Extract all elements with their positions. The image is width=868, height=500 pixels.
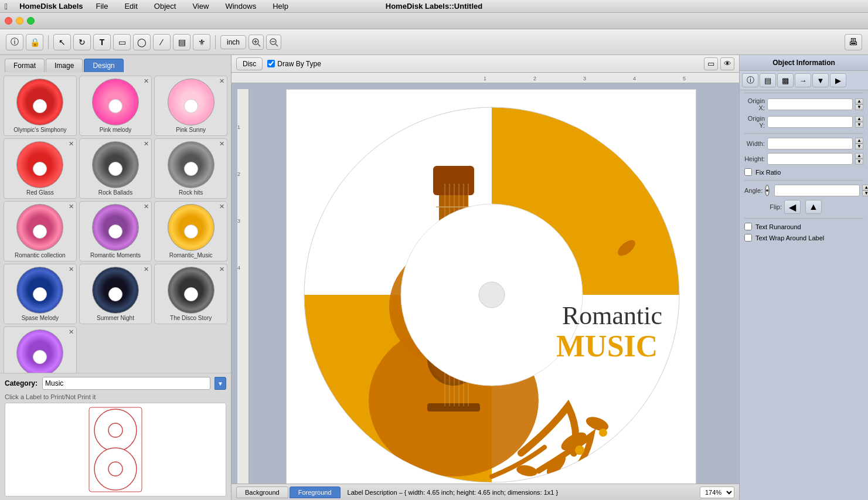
design-item-pink-sunny[interactable]: ✕ Pink Sunny bbox=[154, 76, 227, 136]
close-icon[interactable]: ✕ bbox=[144, 266, 149, 273]
width-input[interactable] bbox=[767, 138, 853, 149]
origin-y-down[interactable]: ▼ bbox=[855, 122, 863, 128]
close-icon[interactable]: ✕ bbox=[69, 140, 74, 148]
view-menu[interactable]: View bbox=[189, 1, 212, 12]
design-label-pink-sunny: Pink Sunny bbox=[176, 127, 206, 133]
layers-button[interactable]: ▭ bbox=[704, 57, 718, 70]
design-item-disco[interactable]: ✕ The Disco Story bbox=[154, 264, 227, 324]
shape-tool[interactable]: ⚜ bbox=[193, 34, 210, 50]
design-item-rock-ballads[interactable]: ✕ Rock Ballads bbox=[79, 138, 152, 199]
disc-canvas[interactable]: Romantic MUSIC bbox=[286, 89, 696, 484]
angle-up[interactable]: ▲ bbox=[862, 185, 868, 191]
origin-y-input[interactable] bbox=[767, 116, 853, 128]
fix-ratio-checkbox[interactable] bbox=[744, 168, 752, 176]
ellipse-tool[interactable]: ◯ bbox=[133, 34, 151, 50]
unit-button[interactable]: inch bbox=[220, 35, 246, 49]
flip-v-button[interactable]: ▲ bbox=[805, 200, 822, 214]
angle-input[interactable] bbox=[774, 185, 860, 196]
foreground-tab[interactable]: Foreground bbox=[290, 487, 341, 498]
rt-btn-1[interactable]: ⓘ bbox=[742, 73, 758, 87]
angle-down[interactable]: ▼ bbox=[862, 191, 868, 196]
object-menu[interactable]: Object bbox=[151, 1, 180, 12]
lock-button[interactable]: 🔒 bbox=[26, 34, 43, 50]
category-select[interactable]: Music bbox=[42, 377, 210, 390]
angle-stepper[interactable]: ▲ ▼ bbox=[862, 185, 868, 196]
minimize-button[interactable] bbox=[16, 17, 23, 25]
design-item-romantic-music[interactable]: ✕ Romantic_Music bbox=[154, 201, 227, 261]
info-button[interactable]: ⓘ bbox=[6, 34, 23, 50]
category-arrow[interactable]: ▼ bbox=[215, 377, 226, 390]
zoom-out-button[interactable] bbox=[266, 35, 281, 50]
design-item-rock-hits[interactable]: ✕ Rock hits bbox=[154, 138, 227, 199]
file-menu[interactable]: File bbox=[93, 1, 112, 12]
text-runaround-checkbox[interactable] bbox=[744, 223, 752, 230]
edit-menu[interactable]: Edit bbox=[121, 1, 141, 12]
line-tool[interactable]: ⁄ bbox=[153, 34, 171, 50]
width-up[interactable]: ▲ bbox=[855, 138, 863, 144]
close-icon[interactable]: ✕ bbox=[144, 140, 149, 148]
close-icon[interactable]: ✕ bbox=[219, 140, 224, 148]
design-item-pink-melody[interactable]: ✕ Pink melody bbox=[79, 76, 152, 136]
angle-circle[interactable] bbox=[765, 185, 770, 196]
help-menu[interactable]: Help bbox=[269, 1, 292, 12]
background-tab[interactable]: Background bbox=[236, 487, 288, 498]
height-input[interactable] bbox=[767, 153, 853, 165]
close-icon[interactable]: ✕ bbox=[219, 266, 224, 273]
close-icon[interactable]: ✕ bbox=[69, 203, 74, 210]
design-item-olympic[interactable]: Olympic's Simphony bbox=[4, 76, 77, 136]
right-toolbar: ⓘ ▤ ▩ → ▼ ▶ bbox=[740, 71, 868, 90]
draw-by-type-checkbox[interactable] bbox=[267, 60, 275, 67]
text-tool[interactable]: T bbox=[93, 34, 111, 50]
barcode-tool[interactable]: ▤ bbox=[173, 34, 190, 50]
design-item-red-glass[interactable]: ✕ Red Glass bbox=[4, 138, 77, 199]
close-icon[interactable]: ✕ bbox=[69, 328, 74, 336]
cursor-tool[interactable]: ↖ bbox=[53, 34, 71, 50]
origin-y-stepper[interactable]: ▲ ▼ bbox=[855, 116, 863, 128]
canvas-container[interactable]: 1 2 3 4 bbox=[232, 83, 739, 484]
windows-menu[interactable]: Windows bbox=[222, 1, 260, 12]
width-down[interactable]: ▼ bbox=[855, 144, 863, 149]
origin-x-up[interactable]: ▲ bbox=[855, 98, 863, 104]
close-icon[interactable]: ✕ bbox=[69, 266, 74, 273]
origin-x-down[interactable]: ▼ bbox=[855, 104, 863, 110]
app-name-menu[interactable]: HomeDisk Labels bbox=[19, 2, 83, 11]
height-down[interactable]: ▼ bbox=[855, 159, 863, 165]
eye-button[interactable]: 👁 bbox=[720, 57, 734, 70]
disc-button[interactable]: Disc bbox=[236, 57, 263, 70]
close-icon[interactable]: ✕ bbox=[144, 203, 149, 210]
rt-btn-5[interactable]: ▼ bbox=[812, 73, 829, 87]
rt-btn-4[interactable]: → bbox=[795, 73, 811, 87]
flip-h-button[interactable]: ◀ bbox=[784, 200, 801, 214]
design-item-romantic[interactable]: ✕ Romantic collection bbox=[4, 201, 77, 261]
design-item-space[interactable]: ✕ Spase Melody bbox=[4, 264, 77, 324]
apple-menu[interactable]:  bbox=[5, 2, 8, 11]
height-stepper[interactable]: ▲ ▼ bbox=[855, 153, 863, 165]
close-icon[interactable]: ✕ bbox=[219, 77, 224, 85]
tab-format[interactable]: Format bbox=[5, 59, 45, 72]
zoom-in-button[interactable] bbox=[249, 35, 264, 50]
origin-x-input[interactable] bbox=[767, 98, 853, 110]
tab-design[interactable]: Design bbox=[84, 59, 123, 72]
zoom-select[interactable]: 174% bbox=[700, 487, 734, 498]
close-icon[interactable]: ✕ bbox=[219, 203, 224, 210]
zoom-button[interactable] bbox=[27, 17, 35, 25]
width-stepper[interactable]: ▲ ▼ bbox=[855, 138, 863, 149]
design-label-romantic-music: Romantic_Music bbox=[169, 252, 213, 258]
close-button[interactable] bbox=[5, 17, 12, 25]
design-item-romantic-moments[interactable]: ✕ Romantic Moments bbox=[79, 201, 152, 261]
design-item-summer[interactable]: ✕ Summer Night bbox=[79, 264, 152, 324]
rt-btn-6[interactable]: ▶ bbox=[830, 73, 846, 87]
rt-btn-2[interactable]: ▤ bbox=[760, 73, 776, 87]
print-button[interactable]: 🖶 bbox=[845, 34, 862, 50]
close-icon[interactable]: ✕ bbox=[144, 77, 149, 85]
design-item-violet[interactable]: ✕ Violet by Step bbox=[4, 326, 77, 373]
rotate-tool[interactable]: ↻ bbox=[73, 34, 91, 50]
rt-btn-3[interactable]: ▩ bbox=[777, 73, 794, 87]
origin-y-up[interactable]: ▲ bbox=[855, 116, 863, 122]
rectangle-tool[interactable]: ▭ bbox=[113, 34, 131, 50]
design-thumb-romantic-music bbox=[168, 204, 215, 251]
origin-x-stepper[interactable]: ▲ ▼ bbox=[855, 98, 863, 110]
text-wrap-checkbox[interactable] bbox=[744, 234, 752, 242]
height-up[interactable]: ▲ bbox=[855, 153, 863, 159]
tab-image[interactable]: Image bbox=[46, 59, 83, 72]
